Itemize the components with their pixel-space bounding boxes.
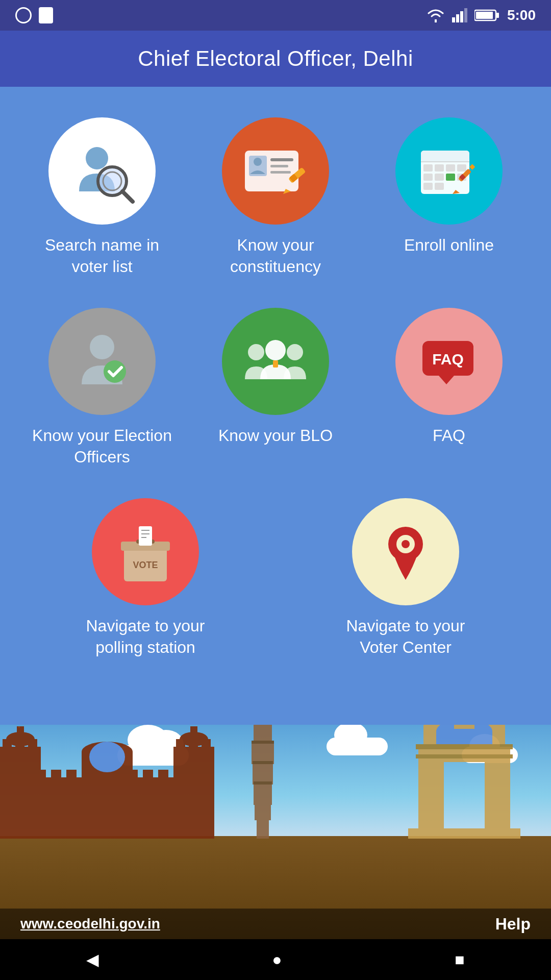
search-voter-item[interactable]: Search name in voter list	[26, 117, 179, 277]
know-blo-label: Know your BLO	[218, 425, 333, 447]
svg-rect-81	[173, 747, 214, 788]
qutub-minar-silhouette	[242, 725, 283, 839]
navigate-voter-center-label: Navigate to your Voter Center	[329, 616, 482, 658]
svg-line-9	[122, 191, 133, 202]
svg-rect-15	[270, 165, 288, 167]
globe-icon	[15, 7, 32, 23]
svg-rect-29	[446, 174, 455, 181]
svg-rect-36	[469, 164, 475, 169]
svg-rect-68	[158, 770, 168, 780]
svg-rect-101	[418, 757, 444, 828]
faq-item[interactable]: FAQ FAQ	[372, 308, 525, 447]
id-card-icon	[240, 135, 311, 207]
svg-rect-27	[423, 174, 433, 181]
grid-row-2: Know your Election Officers	[15, 308, 536, 468]
know-constituency-label: Know your constituency	[199, 235, 352, 277]
app-bar: Chief Electoral Officer, Delhi	[0, 31, 551, 87]
svg-point-41	[287, 344, 303, 360]
enroll-online-label: Enroll online	[404, 235, 494, 256]
svg-rect-86	[190, 726, 197, 741]
svg-rect-100	[408, 828, 520, 839]
navigate-polling-icon-circle: VOTE	[92, 498, 199, 605]
location-pin-icon	[370, 516, 441, 587]
navigate-polling-item[interactable]: VOTE Navigate to your polling station	[69, 498, 222, 658]
know-election-officers-icon-circle	[48, 308, 156, 415]
status-right-icons: 5:00	[427, 7, 536, 23]
footer-bar: www.ceodelhi.gov.in Help	[0, 909, 551, 939]
landmark-section	[0, 725, 551, 939]
svg-rect-26	[457, 164, 466, 172]
status-bar: 5:00	[0, 0, 551, 31]
website-link[interactable]: www.ceodelhi.gov.in	[20, 916, 160, 932]
svg-rect-24	[435, 164, 444, 172]
search-voter-icon-circle	[48, 117, 156, 225]
know-constituency-item[interactable]: Know your constituency	[199, 117, 352, 277]
grid-row-3: VOTE Navigate to your polling station Na…	[15, 498, 536, 658]
svg-rect-1	[456, 14, 459, 22]
faq-bubble-icon: FAQ	[413, 326, 485, 397]
svg-point-7	[86, 147, 108, 169]
svg-rect-16	[270, 171, 291, 174]
svg-rect-23	[423, 164, 433, 172]
svg-rect-99	[254, 781, 272, 785]
svg-text:FAQ: FAQ	[432, 351, 464, 368]
know-blo-item[interactable]: Know your BLO	[199, 308, 352, 447]
sim-icon	[39, 7, 53, 23]
svg-rect-91	[254, 782, 272, 805]
svg-rect-32	[435, 183, 444, 190]
navigate-voter-center-item[interactable]: Navigate to your Voter Center	[329, 498, 482, 658]
search-person-icon	[66, 135, 138, 207]
svg-rect-110	[416, 754, 513, 758]
svg-point-56	[402, 540, 410, 548]
enroll-online-item[interactable]: Enroll online	[372, 117, 525, 256]
svg-marker-44	[439, 376, 454, 384]
recent-button[interactable]: ■	[455, 950, 464, 969]
calendar-icon	[413, 135, 485, 207]
svg-rect-25	[446, 164, 455, 172]
help-button[interactable]: Help	[495, 915, 531, 934]
india-gate-silhouette	[408, 725, 520, 839]
group-icon	[240, 326, 311, 397]
svg-rect-31	[423, 183, 433, 190]
svg-rect-97	[252, 741, 274, 744]
svg-rect-90	[255, 803, 271, 820]
svg-rect-0	[452, 17, 455, 22]
navigate-voter-center-icon-circle	[352, 498, 459, 605]
svg-point-40	[248, 344, 264, 360]
svg-rect-3	[464, 8, 467, 22]
svg-rect-93	[252, 742, 274, 764]
navigate-polling-label: Navigate to your polling station	[69, 616, 222, 658]
know-election-officers-item[interactable]: Know your Election Officers	[26, 308, 179, 468]
back-button[interactable]: ◀	[86, 950, 99, 969]
android-nav-bar: ◀ ● ■	[0, 939, 551, 980]
svg-rect-102	[485, 757, 510, 828]
svg-rect-109	[416, 744, 513, 749]
know-election-officers-label: Know your Election Officers	[26, 425, 179, 468]
wifi-icon	[427, 8, 445, 22]
svg-rect-77	[17, 726, 24, 741]
svg-rect-6	[476, 12, 493, 19]
svg-rect-14	[270, 158, 293, 161]
svg-rect-2	[460, 11, 463, 22]
know-blo-icon-circle	[222, 308, 329, 415]
svg-rect-108	[454, 725, 474, 729]
status-left-icons	[15, 7, 53, 23]
svg-point-39	[265, 340, 286, 360]
svg-rect-72	[0, 747, 41, 788]
faq-label: FAQ	[433, 425, 465, 447]
vote-box-icon: VOTE	[110, 516, 181, 587]
main-content: Search name in voter list	[0, 87, 551, 658]
svg-rect-42	[273, 360, 278, 368]
know-constituency-icon-circle	[222, 117, 329, 225]
svg-rect-5	[496, 13, 499, 18]
svg-rect-61	[51, 770, 61, 780]
faq-icon-circle: FAQ	[395, 308, 503, 415]
svg-rect-87	[18, 726, 20, 728]
svg-rect-98	[253, 761, 273, 764]
home-button[interactable]: ●	[272, 950, 282, 969]
svg-rect-21	[421, 151, 469, 162]
battery-icon	[474, 9, 500, 21]
signal-icon	[452, 8, 467, 22]
svg-rect-49	[139, 526, 152, 546]
svg-rect-62	[66, 770, 77, 780]
